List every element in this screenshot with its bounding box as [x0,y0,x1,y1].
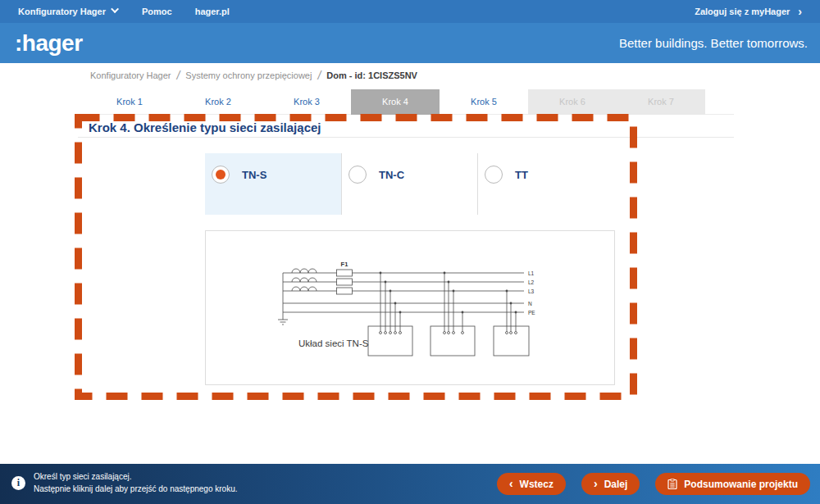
option-tn-c[interactable]: TN-C [341,153,477,215]
chevron-right-icon: › [594,478,598,489]
fuse-label: F1 [341,261,348,268]
menu-pomoc[interactable]: Pomoc [142,7,172,16]
clipboard-icon [667,479,677,489]
tab-krok-4: Krok 4 [351,89,440,115]
project-summary-button[interactable]: Podsumowanie projektu [655,473,810,495]
back-button-label: Wstecz [520,479,554,490]
diagram-caption: Układ sieci TN-S [298,338,369,348]
option-tt[interactable]: TT [477,153,613,215]
top-menu: Konfiguratory Hager Pomoc hager.pl [0,7,230,16]
brand-tagline: Better buildings. Better tomorrows. [619,36,808,50]
breadcrumb-current-project: Dom - id: 1CISZS5NV [326,70,417,80]
hager-logo[interactable]: :hager [15,30,83,57]
tn-s-circuit-diagram: F1 L1 L2 L3 N PE Układ sieci TN-S [206,231,614,384]
tab-krok-2[interactable]: Krok 2 [174,89,262,115]
option-tn-s[interactable]: TN-S [205,153,341,215]
footer-action-bar: i Określ typ sieci zasilającej. Następni… [0,464,820,504]
tab-krok-1[interactable]: Krok 1 [85,89,174,115]
hager-configurator-page: Konfiguratory Hager Pomoc hager.pl Zalog… [0,0,820,504]
login-label: Zaloguj się z myHager [695,7,790,16]
next-button[interactable]: › Dalej [581,473,640,495]
chevron-right-icon: › [798,6,802,17]
tab-krok-6: Krok 6 [528,89,617,115]
menu-pomoc-label: Pomoc [142,7,172,16]
line-label-l2: L2 [528,279,535,285]
title-divider [78,137,734,138]
option-tn-c-label: TN-C [379,169,404,215]
step-tabs: Krok 1 Krok 2 Krok 3 Krok 4 Krok 5 Krok … [85,89,734,115]
network-diagram-card: F1 L1 L2 L3 N PE Układ sieci TN-S [205,230,615,385]
next-button-label: Dalej [604,479,628,490]
info-icon: i [11,476,25,490]
radio-unselected-icon[interactable] [485,166,503,184]
footer-hint: i Określ typ sieci zasilającej. Następni… [11,470,237,495]
line-label-n: N [528,301,532,306]
menu-hager-pl-label: hager.pl [195,7,230,16]
tab-krok-7: Krok 7 [617,89,705,115]
breadcrumb: Konfiguratory Hager / Systemy ochrony pr… [90,69,417,82]
tab-krok-5[interactable]: Krok 5 [440,89,528,115]
radio-unselected-icon[interactable] [348,166,367,184]
breadcrumb-item-systemy[interactable]: Systemy ochrony przepięciowej [185,70,312,80]
chevron-left-icon: ‹ [509,478,513,489]
breadcrumb-separator: / [176,69,180,82]
brand-header: :hager Better buildings. Better tomorrow… [0,23,820,63]
top-navigation-bar: Konfiguratory Hager Pomoc hager.pl Zalog… [0,0,820,23]
option-tt-label: TT [515,169,528,215]
login-mylager-link[interactable]: Zaloguj się z myHager › [695,0,802,23]
menu-konfiguratory-label: Konfiguratory Hager [18,7,106,16]
breadcrumb-item-konfiguratory[interactable]: Konfiguratory Hager [90,70,171,80]
summary-button-label: Podsumowanie projektu [684,479,798,490]
tab-krok-3[interactable]: Krok 3 [262,89,351,115]
back-button[interactable]: ‹ Wstecz [497,473,566,495]
line-label-pe: PE [528,310,535,316]
line-label-l1: L1 [528,270,535,276]
hint-line-1: Określ typ sieci zasilającej. [34,470,237,483]
line-label-l3: L3 [528,288,535,294]
option-tn-s-label: TN-S [242,169,266,215]
hint-line-2: Następnie kliknij dalej aby przejść do n… [34,483,237,495]
chevron-down-icon [111,5,119,13]
menu-konfiguratory-hager[interactable]: Konfiguratory Hager [18,7,119,16]
step-title: Krok 4. Określenie typu sieci zasilające… [89,120,321,134]
radio-selected-icon[interactable] [212,166,230,184]
footer-buttons: ‹ Wstecz › Dalej Podsumowanie projektu [497,473,810,495]
breadcrumb-separator: / [317,69,321,82]
network-type-options: TN-S TN-C TT [205,153,613,215]
menu-hager-pl[interactable]: hager.pl [195,7,230,16]
